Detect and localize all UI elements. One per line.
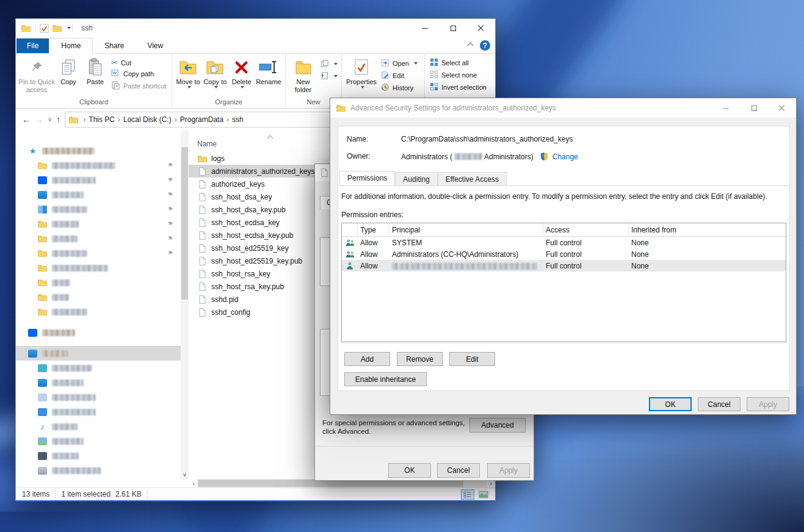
easy-access-button[interactable] [321,71,338,81]
sidebar-item[interactable] [16,375,181,390]
header-access[interactable]: Access [543,223,629,237]
sidebar-item[interactable] [16,275,181,290]
sidebar-item[interactable] [16,261,181,275]
tab-auditing[interactable]: Auditing [395,172,437,186]
sidebar-scrollbar[interactable]: ∨ [181,130,189,479]
properties-button[interactable]: Properties [344,56,378,88]
invert-selection-button[interactable]: Invert selection [430,82,487,92]
sidebar-item[interactable] [16,325,181,340]
scrollbar-down-arrow[interactable]: ∨ [181,471,189,479]
breadcrumb-item[interactable]: ProgramData [178,114,225,125]
file-row[interactable]: logs [189,152,342,165]
scroll-left-arrow[interactable]: ‹ [189,479,198,487]
tab-permissions[interactable]: Permissions [339,171,395,186]
breadcrumb-separator-icon[interactable]: › [117,115,121,124]
forward-button[interactable]: → [35,115,43,124]
details-view-button[interactable] [461,489,474,500]
sidebar-item[interactable] [16,158,181,173]
permission-entry-row[interactable]: AllowAdministrators (CC-HQ\Administrator… [342,248,786,260]
back-button[interactable]: ← [22,115,31,124]
rename-button[interactable]: Rename [255,56,283,86]
paste-shortcut-button[interactable]: Paste shortcut [111,81,166,91]
select-all-button[interactable]: Select all [430,58,487,68]
qat-properties-icon[interactable] [40,24,49,33]
qat-new-folder-icon[interactable] [53,24,62,32]
breadcrumb-item[interactable]: This PC [87,114,117,125]
sidebar-item[interactable] [16,404,181,419]
help-button[interactable]: ? [480,40,490,51]
copy-path-button[interactable]: Copy path [111,69,166,78]
copy-to-button[interactable]: Copy to [201,56,228,88]
ribbon-collapse-icon[interactable] [468,43,474,49]
breadcrumb-separator-icon[interactable]: › [82,115,87,124]
qat-customize-chevron-icon[interactable] [67,27,71,29]
sidebar-item[interactable] [16,463,181,478]
tab-share[interactable]: Share [93,38,136,53]
permission-entry-row[interactable]: AllowFull controlNone [342,260,786,271]
breadcrumb-separator-icon[interactable]: › [225,115,230,124]
minimize-button[interactable] [411,19,439,37]
header-type[interactable]: Type [358,223,389,237]
sidebar-item[interactable] [16,173,181,187]
sidebar-item[interactable] [16,304,181,319]
header-inherited-from[interactable]: Inherited from [629,223,786,237]
breadcrumb-item[interactable]: Local Disk (C:) [121,114,173,125]
sidebar-item[interactable] [16,231,181,246]
up-button[interactable]: ↑ [56,115,60,124]
advanced-settings-note: For special permissions or advanced sett… [322,419,466,436]
tab-home[interactable]: Home [49,38,93,54]
remove-button[interactable]: Remove [397,352,443,366]
sort-ascending-icon[interactable] [267,135,273,142]
copy-button[interactable]: Copy [55,56,82,86]
permission-entry-row[interactable]: AllowSYSTEMFull controlNone [342,237,786,248]
breadcrumb-item[interactable]: ssh [230,114,245,125]
change-owner-link[interactable]: Change [552,153,578,161]
sidebar-item[interactable] [16,217,181,231]
thumbnail-view-button[interactable] [477,489,490,500]
properties-cancel-button[interactable]: Cancel [437,463,480,478]
history-button[interactable]: History [381,83,418,93]
sidebar-item[interactable] [16,290,181,304]
enable-inheritance-button[interactable]: Enable inheritance [344,372,427,386]
move-to-button[interactable]: Move to [175,56,201,88]
sidebar-item[interactable] [16,346,181,361]
edit-button[interactable]: Edit [381,71,418,81]
sidebar-item[interactable] [16,434,181,448]
tab-effective-access[interactable]: Effective Access [438,172,507,186]
security-ok-button[interactable]: OK [649,397,692,411]
breadcrumb-separator-icon[interactable]: › [173,115,178,124]
sidebar-item[interactable] [16,202,181,217]
sidebar-item[interactable] [16,187,181,202]
sidebar-item[interactable] [16,361,181,375]
sidebar-item[interactable] [16,246,181,261]
add-button[interactable]: Add [344,352,390,366]
security-maximize-button[interactable] [740,98,768,118]
edit-button[interactable]: Edit [449,352,495,366]
tab-file[interactable]: File [16,38,49,53]
folder-icon [38,264,47,272]
sidebar-item[interactable]: ★ [16,143,181,158]
tab-view[interactable]: View [136,38,175,53]
new-folder-button[interactable]: New folder [288,56,318,93]
security-close-button[interactable] [768,98,796,118]
advanced-button[interactable]: Advanced [469,418,526,433]
header-principal[interactable]: Principal [389,223,543,237]
sidebar-scrollbar-thumb[interactable] [181,147,188,300]
paste-button[interactable]: Paste [82,56,109,86]
recent-locations-chevron-icon[interactable]: ∨ [48,115,52,124]
maximize-button[interactable] [439,19,467,37]
sidebar-item[interactable] [16,390,181,404]
cut-button[interactable]: ✂ Cut [111,59,166,66]
properties-ok-button[interactable]: OK [388,463,431,478]
new-item-button[interactable] [321,59,338,69]
delete-button[interactable]: Delete [229,56,255,88]
sidebar-item[interactable]: ♪ [16,419,181,434]
open-button[interactable]: Open [381,59,418,68]
security-cancel-button[interactable]: Cancel [698,397,741,411]
close-button[interactable] [467,19,495,37]
select-none-button[interactable]: Select none [430,70,487,80]
pin-to-quick-access-button[interactable]: Pin to Quick access [18,56,55,93]
sidebar-item[interactable] [16,448,181,463]
security-minimize-button[interactable] [712,98,740,118]
column-header-name[interactable]: Name [197,140,217,148]
